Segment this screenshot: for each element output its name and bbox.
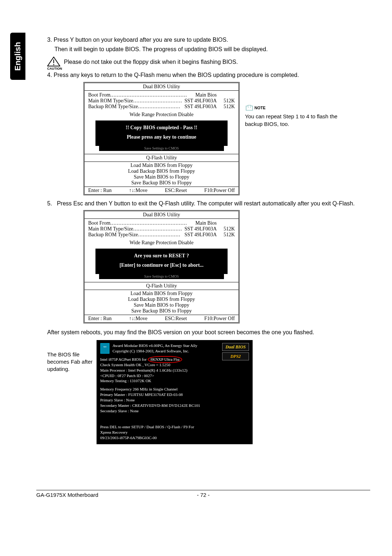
page-footer: GA-G1975X Motherboard - 72 - [36, 490, 370, 498]
boot-from-label: Boot From [88, 92, 110, 98]
key-enter: Enter : Run [88, 188, 112, 193]
wide-range-protection: Wide Range Protection Disable [88, 240, 235, 246]
boot-line: <CPUID : 0F27 Patch ID : 0027> [100, 373, 249, 379]
step-text: Press any keys to return to the Q-Flash … [54, 72, 299, 78]
boot-footer-line: Xpress Recovery [100, 430, 249, 435]
step-5: 5. Press Esc and then Y button to exit t… [47, 200, 363, 208]
boot-line: Check System Health OK , VCore = 1.5250 [100, 362, 249, 368]
key-hints: Enter : Run ↑↓:Move ESC:Reset F10:Power … [85, 187, 238, 194]
backup-rom-size: 512K [217, 104, 235, 110]
key-hints: Enter : Run ↑↓:Move ESC:Reset F10:Power … [85, 315, 238, 322]
key-move: ↑↓:Move [129, 188, 148, 193]
dialog-line-1: !! Copy BIOS completed - Pass !! [98, 125, 225, 131]
backup-rom-label: Backup ROM Type/Size [88, 104, 138, 110]
bios-title: Dual BIOS Utility [85, 211, 238, 219]
svg-point-2 [53, 64, 54, 65]
dialog-copy-complete: !! Copy BIOS completed - Pass !! Please … [95, 120, 228, 146]
boot-screen-wrap: The BIOS file becomes Fab after updating… [47, 340, 363, 444]
page-number: - 72 - [197, 492, 209, 498]
language-tab: English [10, 33, 25, 80]
boot-logos: Dual BIOS DPS2 [222, 343, 249, 362]
boot-line: Primary Slave : None [100, 397, 249, 403]
hidden-menu-strip: Save Settings to CMOS [99, 274, 224, 279]
step-3-cont: Then it will begin to update BIOS. The p… [54, 45, 363, 53]
wide-range-protection: Wide Range Protection Disable [88, 112, 235, 118]
qflash-menu: Load Main BIOS from Floppy Load Backup B… [85, 162, 238, 187]
page-content: 3. Press Y button on your keyboard after… [47, 34, 363, 444]
menu-item[interactable]: Load Backup BIOS from Floppy [85, 297, 238, 302]
award-line-2: Copyright (C) 1984-2003, Award Software,… [113, 348, 197, 354]
dialog-line-1: Are you sure to RESET ? [98, 253, 225, 259]
dialog-line-2: Please press any key to continue [98, 134, 225, 140]
boot-footer-line: 09/23/2003-i875P-6A79BG03C-00 [100, 435, 249, 441]
caution-text: Please do not take out the floppy disk w… [64, 59, 238, 65]
menu-item[interactable]: Load Main BIOS from Floppy [85, 291, 238, 297]
dual-bios-logo: Dual BIOS [222, 343, 249, 351]
svg-rect-5 [101, 343, 109, 353]
bios-version-highlight: 8KNXP Ultra Fba [148, 356, 183, 363]
qflash-title: Q-Flash Utility [85, 154, 238, 162]
caution-row: CAUTION Please do not take out the flopp… [47, 57, 363, 68]
menu-item[interactable]: Load Main BIOS from Floppy [85, 163, 238, 168]
note-text: You can repeat Step 1 to 4 to flash the … [245, 113, 347, 128]
qflash-title: Q-Flash Utility [85, 282, 238, 290]
caution-icon: CAUTION [47, 57, 60, 68]
key-esc: ESC:Reset [165, 188, 187, 193]
main-rom-label: Main ROM Type/Size [88, 98, 133, 104]
step-3: 3. Press Y button on your keyboard after… [47, 36, 363, 44]
boot-screen: Dual BIOS DPS2 epa Award Modular BIOS v6… [97, 340, 253, 444]
step-4: 4. Press any keys to return to the Q-Fla… [47, 71, 363, 79]
step-number: 5. [47, 200, 52, 207]
dialog-reset-confirm: Are you sure to RESET ? [Enter] to conti… [95, 249, 228, 274]
menu-item[interactable]: Save Backup BIOS to Floppy [85, 308, 238, 314]
key-f10: F10:Power Off [204, 188, 235, 193]
menu-item[interactable]: Load Backup BIOS from Floppy [85, 168, 238, 174]
boot-note: The BIOS file becomes Fab after updating… [47, 351, 94, 373]
backup-rom-value: SST 49LF003A [184, 104, 217, 110]
bios-title: Dual BIOS Utility [85, 83, 238, 91]
svg-text:epa: epa [103, 346, 107, 348]
svg-point-3 [248, 107, 249, 107]
dps2-logo: DPS2 [222, 352, 249, 360]
after-reboot-text: After system reboots, you may find the B… [47, 328, 363, 336]
bios-id-prefix: Intel i875P AGPset BIOS for [100, 357, 148, 361]
menu-item[interactable]: Save Main BIOS to Floppy [85, 174, 238, 180]
note-icon: NOTE [245, 104, 347, 111]
step-text: Press Esc and then Y button to exit the … [57, 200, 355, 207]
hidden-menu-strip: Save Settings to CMOS [99, 146, 224, 151]
step-number: 3. [47, 37, 52, 43]
boot-line: Primary Master : FUJITSU MPE3170AT ED-03… [100, 392, 249, 397]
menu-item[interactable]: Save Main BIOS to Floppy [85, 302, 238, 308]
main-rom-size: 512K [217, 98, 235, 104]
bios-utility-2: Dual BIOS Utility Boot From ............… [47, 210, 363, 323]
menu-item[interactable]: Save Backup BIOS to Floppy [85, 180, 238, 186]
boot-line: Memory Testing : 131072K OK [100, 378, 249, 384]
caution-label: CAUTION [47, 67, 60, 70]
bios-utility-1: Dual BIOS Utility Boot From ............… [47, 82, 363, 195]
boot-line: Memory Frequency 266 MHz in Single Chann… [100, 387, 249, 392]
svg-point-4 [250, 107, 251, 107]
boot-footer-line: Press DEL to enter SETUP / Dual BIOS / Q… [100, 424, 249, 430]
energy-star-icon: epa [100, 343, 110, 354]
boot-line: Secondary Master : CREATIVEDVD-RM DVD124… [100, 403, 249, 408]
dialog-line-2: [Enter] to continure or [Esc] to abort..… [98, 262, 225, 268]
main-rom-value: SST 49LF003A [184, 98, 217, 104]
qflash-menu: Load Main BIOS from Floppy Load Backup B… [85, 290, 238, 315]
footer-left: GA-G1975X Motherboard [36, 492, 98, 498]
boot-line: Main Processor : Intel Pentium(R) 4 1.6G… [100, 368, 249, 373]
step-text: Press Y button on your keyboard after yo… [54, 37, 228, 43]
boot-from-value: Main Bios [195, 92, 217, 98]
award-line-1: Award Modular BIOS v6.00PG, An Energy St… [113, 343, 197, 348]
boot-line: Secondary Slave : None [100, 408, 249, 414]
note-sidebar: NOTE You can repeat Step 1 to 4 to flash… [245, 104, 347, 128]
step-number: 4. [47, 72, 52, 78]
